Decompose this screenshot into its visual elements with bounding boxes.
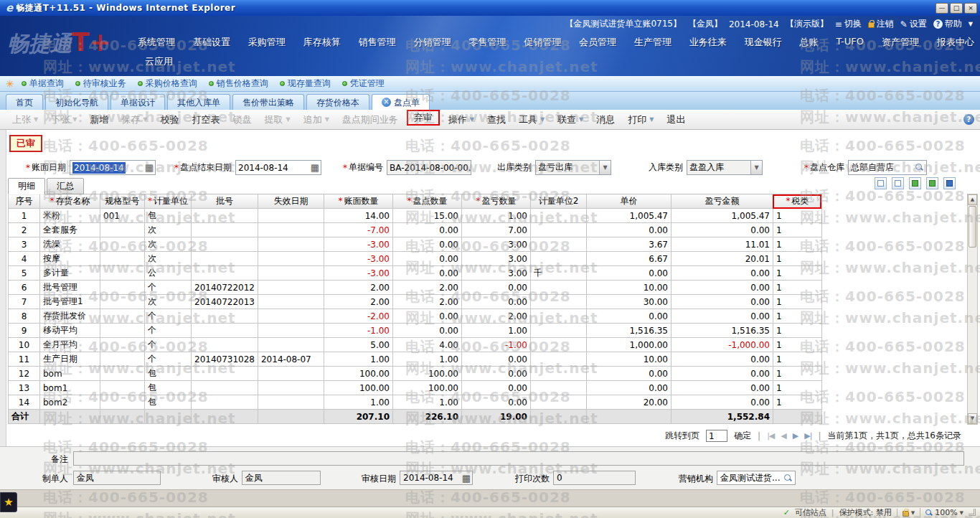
next-page-icon[interactable]: ▶ — [793, 431, 798, 441]
maximize-button[interactable]: □ — [950, 3, 963, 14]
minimize-button[interactable]: — — [936, 3, 948, 14]
grid-cell[interactable] — [530, 352, 586, 367]
grid-cell[interactable] — [258, 395, 324, 410]
grid-cell[interactable]: -1.00 — [461, 338, 530, 352]
grid-cell[interactable]: 0.00 — [392, 237, 461, 252]
quickbar-item[interactable]: 单据查询 — [22, 77, 64, 90]
book-date-input[interactable]: 2014-08-14 ▦ — [70, 160, 156, 175]
grid-cell[interactable]: 1 — [773, 295, 821, 309]
grid-cell[interactable] — [530, 395, 586, 410]
grid-cell[interactable]: 存货批发价 — [40, 309, 100, 324]
calendar-icon[interactable]: ▦ — [309, 162, 321, 173]
menu-item[interactable]: 系统管理 — [138, 36, 175, 49]
grid-cell[interactable] — [530, 367, 586, 381]
scroll-up-icon[interactable]: ▲ — [968, 194, 977, 205]
menu-item[interactable]: 报表中心 — [937, 36, 974, 49]
grid-cell[interactable]: 5 — [9, 266, 40, 281]
table-row[interactable]: 1米粉001包14.0015.001.001,005.471,005.471 — [9, 209, 822, 223]
table-row[interactable]: 5多计量公-3.000.003.00千0.000.001 — [9, 266, 822, 281]
grid-cell[interactable]: 0.00 — [586, 223, 671, 237]
chevron-down-icon[interactable]: ▼ — [750, 161, 762, 174]
org-input[interactable]: 金凤测试进货... — [717, 471, 796, 485]
grid-cell[interactable]: 13 — [9, 381, 40, 395]
grid-cell[interactable]: 100.00 — [324, 367, 392, 381]
tab-盘点单[interactable]: ×盘点单 — [372, 94, 430, 110]
grid-cell[interactable]: 9 — [9, 324, 40, 338]
grid-cell[interactable]: 2.00 — [324, 295, 392, 309]
grid-cell[interactable]: 7 — [9, 295, 40, 309]
grid-cell[interactable]: 12 — [9, 367, 40, 381]
grid-cell[interactable]: 全套服务 — [40, 223, 100, 237]
table-row[interactable]: 12bom包100.00100.000.000.000.001 — [9, 367, 822, 381]
grid-cell[interactable]: 0.00 — [671, 367, 773, 381]
tab-单据设计[interactable]: 单据设计 — [110, 94, 165, 110]
table-row[interactable]: 14bom2包1.001.000.0020.000.001 — [9, 395, 822, 410]
grid-cell[interactable]: 1.00 — [461, 324, 530, 338]
table-row[interactable]: 8存货批发价个-2.000.002.000.000.001 — [9, 309, 822, 324]
grid-cell[interactable]: 多计量 — [40, 266, 100, 281]
print-count-input[interactable]: 0 — [553, 471, 636, 485]
grid-cell[interactable]: 1,516.35 — [671, 324, 773, 338]
grid-cell[interactable]: 1 — [773, 266, 821, 281]
toolbar-操作[interactable]: 操作▼ — [442, 110, 481, 129]
grid-cell[interactable]: 1.00 — [392, 395, 461, 410]
grid-cell[interactable] — [258, 338, 324, 352]
grid-cell[interactable]: -1.00 — [324, 324, 392, 338]
toolbar-查找[interactable]: 查找 — [481, 110, 512, 129]
grid-cell[interactable]: 0.00 — [392, 324, 461, 338]
grid-cell[interactable] — [530, 295, 586, 309]
grid-cell[interactable]: 2.00 — [324, 281, 392, 295]
quickbar-item[interactable]: 待审核业务 — [75, 77, 126, 90]
grid-cell[interactable]: 全月平均 — [40, 338, 100, 352]
grid-cell[interactable]: 包 — [145, 367, 192, 381]
grid-cell[interactable] — [530, 381, 586, 395]
grid-cell[interactable] — [258, 223, 324, 237]
grid-cell[interactable]: 20.00 — [586, 395, 671, 410]
grid-cell[interactable] — [192, 367, 258, 381]
toolbar-联查[interactable]: 联查▼ — [551, 110, 590, 129]
grid-cell[interactable] — [530, 223, 586, 237]
chevron-down-icon[interactable]: ▼ — [969, 21, 973, 27]
grid-cell[interactable]: 1.00 — [392, 352, 461, 367]
grid-cell[interactable]: 0.00 — [671, 223, 773, 237]
grid-cell[interactable] — [258, 309, 324, 324]
grid-cell[interactable] — [258, 367, 324, 381]
scrollbar-thumb[interactable] — [969, 206, 976, 248]
grid-cell[interactable]: 包 — [145, 381, 192, 395]
grid-cell[interactable] — [100, 381, 145, 395]
grid-cell[interactable] — [258, 381, 324, 395]
toolbar-弃审[interactable]: 弃审 — [407, 110, 440, 126]
grid-cell[interactable] — [100, 309, 145, 324]
grid-cell[interactable]: -3.00 — [324, 266, 392, 281]
first-page-icon[interactable]: |◀ — [767, 431, 774, 441]
grid-cell[interactable]: 10.00 — [586, 281, 671, 295]
grid-cell[interactable] — [258, 266, 324, 281]
grid-cell[interactable] — [192, 209, 258, 223]
grid-cell[interactable]: 1 — [773, 309, 821, 324]
grid-cell[interactable] — [258, 295, 324, 309]
menu-item[interactable]: 销售管理 — [359, 36, 396, 49]
grid-cell[interactable] — [100, 395, 145, 410]
search-icon[interactable] — [915, 164, 923, 171]
grid-cell[interactable]: 米粉 — [40, 209, 100, 223]
grid-cell[interactable]: 6 — [9, 281, 40, 295]
grid-cell[interactable]: 100.00 — [324, 381, 392, 395]
grid-cell[interactable] — [258, 281, 324, 295]
grid-cell[interactable]: 2.00 — [392, 281, 461, 295]
grid-cell[interactable]: 1.00 — [324, 395, 392, 410]
menu-item[interactable]: T-UFO — [836, 36, 864, 49]
grid-cell[interactable]: 0.00 — [671, 281, 773, 295]
grid-cell[interactable]: 2.00 — [461, 309, 530, 324]
grid-cell[interactable]: 1,005.47 — [671, 209, 773, 223]
grid-cell[interactable]: 1.00 — [324, 352, 392, 367]
grid-cell[interactable]: 1 — [9, 209, 40, 223]
grid-cell[interactable]: 1 — [773, 209, 821, 223]
export-excel-icon[interactable] — [926, 177, 938, 189]
grid-cell[interactable] — [100, 281, 145, 295]
grid-cell[interactable]: 次 — [145, 223, 192, 237]
outbound-type-select[interactable]: 盘亏出库 ▼ — [535, 160, 611, 175]
table-row[interactable]: 9移动平均个-1.000.001.001,516.351,516.351 — [9, 324, 822, 338]
grid-cell[interactable]: 2.00 — [392, 295, 461, 309]
grid-cell[interactable]: 3.00 — [461, 266, 530, 281]
grid-cell[interactable]: 次 — [145, 295, 192, 309]
